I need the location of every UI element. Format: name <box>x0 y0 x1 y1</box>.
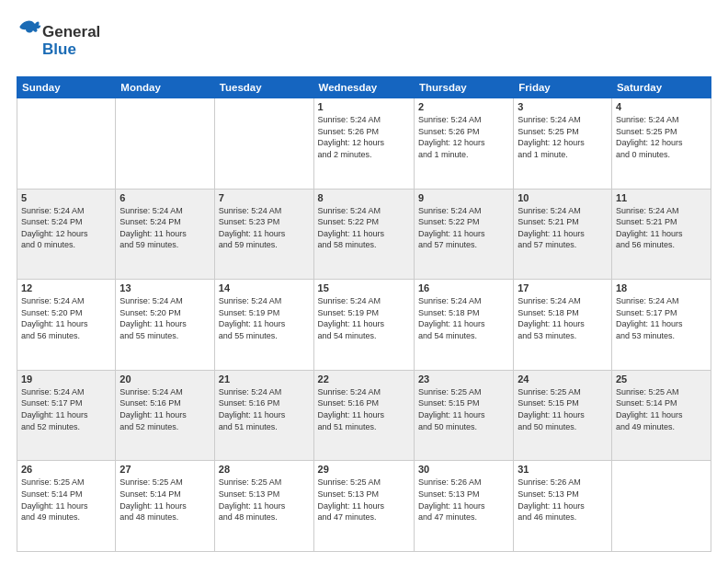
calendar-week-row: 19Sunrise: 5:24 AM Sunset: 5:17 PM Dayli… <box>17 370 711 461</box>
calendar-week-row: 5Sunrise: 5:24 AM Sunset: 5:24 PM Daylig… <box>17 189 711 280</box>
calendar-table: Sunday Monday Tuesday Wednesday Thursday… <box>17 76 711 552</box>
day-info: Sunrise: 5:24 AM Sunset: 5:20 PM Dayligh… <box>119 295 210 341</box>
day-number: 23 <box>418 373 509 385</box>
day-info: Sunrise: 5:26 AM Sunset: 5:13 PM Dayligh… <box>518 477 608 523</box>
day-number: 2 <box>418 101 509 112</box>
day-number: 5 <box>21 192 111 203</box>
day-number: 8 <box>318 192 410 203</box>
svg-text:Blue: Blue <box>42 40 76 58</box>
day-cell-29: 29Sunrise: 5:25 AM Sunset: 5:13 PM Dayli… <box>313 461 414 552</box>
day-number: 6 <box>119 192 210 203</box>
header-wednesday: Wednesday <box>313 77 414 98</box>
page: General Blue Sunday Monday Tuesday Wedne… <box>0 0 728 563</box>
empty-cell <box>116 98 215 190</box>
calendar-week-row: 12Sunrise: 5:24 AM Sunset: 5:20 PM Dayli… <box>17 280 711 371</box>
day-number: 16 <box>418 282 509 293</box>
day-cell-3: 3Sunrise: 5:24 AM Sunset: 5:25 PM Daylig… <box>514 98 612 190</box>
day-number: 9 <box>418 192 509 203</box>
day-info: Sunrise: 5:24 AM Sunset: 5:19 PM Dayligh… <box>219 295 310 341</box>
day-cell-7: 7Sunrise: 5:24 AM Sunset: 5:23 PM Daylig… <box>214 189 313 280</box>
day-info: Sunrise: 5:25 AM Sunset: 5:14 PM Dayligh… <box>616 386 707 432</box>
day-number: 19 <box>21 373 111 385</box>
day-number: 7 <box>219 192 310 203</box>
day-info: Sunrise: 5:24 AM Sunset: 5:25 PM Dayligh… <box>518 114 608 160</box>
header-sunday: Sunday <box>17 77 116 98</box>
header-friday: Friday <box>514 77 612 98</box>
weekday-header-row: Sunday Monday Tuesday Wednesday Thursday… <box>17 77 711 98</box>
day-cell-30: 30Sunrise: 5:26 AM Sunset: 5:13 PM Dayli… <box>414 461 513 552</box>
day-cell-24: 24Sunrise: 5:25 AM Sunset: 5:15 PM Dayli… <box>514 370 612 461</box>
day-cell-23: 23Sunrise: 5:25 AM Sunset: 5:15 PM Dayli… <box>414 370 513 461</box>
day-number: 20 <box>119 373 210 385</box>
empty-cell <box>214 98 313 190</box>
day-cell-28: 28Sunrise: 5:25 AM Sunset: 5:13 PM Dayli… <box>214 461 313 552</box>
day-info: Sunrise: 5:26 AM Sunset: 5:13 PM Dayligh… <box>418 477 509 523</box>
calendar-week-row: 26Sunrise: 5:25 AM Sunset: 5:14 PM Dayli… <box>17 461 711 552</box>
day-cell-10: 10Sunrise: 5:24 AM Sunset: 5:21 PM Dayli… <box>514 189 612 280</box>
day-number: 25 <box>616 373 707 385</box>
day-info: Sunrise: 5:24 AM Sunset: 5:17 PM Dayligh… <box>21 386 111 432</box>
day-cell-26: 26Sunrise: 5:25 AM Sunset: 5:14 PM Dayli… <box>17 461 116 552</box>
day-info: Sunrise: 5:24 AM Sunset: 5:25 PM Dayligh… <box>616 114 707 160</box>
empty-cell <box>611 461 711 552</box>
day-cell-22: 22Sunrise: 5:24 AM Sunset: 5:16 PM Dayli… <box>313 370 414 461</box>
day-cell-9: 9Sunrise: 5:24 AM Sunset: 5:22 PM Daylig… <box>414 189 513 280</box>
day-number: 11 <box>616 192 707 203</box>
day-number: 4 <box>616 101 707 112</box>
day-number: 26 <box>21 464 111 475</box>
day-number: 14 <box>219 282 310 293</box>
day-number: 17 <box>518 282 608 293</box>
empty-cell <box>17 98 116 190</box>
day-info: Sunrise: 5:24 AM Sunset: 5:24 PM Dayligh… <box>119 205 210 251</box>
day-info: Sunrise: 5:24 AM Sunset: 5:18 PM Dayligh… <box>418 295 509 341</box>
day-info: Sunrise: 5:24 AM Sunset: 5:16 PM Dayligh… <box>119 386 210 432</box>
day-info: Sunrise: 5:24 AM Sunset: 5:17 PM Dayligh… <box>616 295 707 341</box>
day-number: 3 <box>518 101 608 112</box>
logo-full: General Blue <box>17 17 99 67</box>
day-cell-19: 19Sunrise: 5:24 AM Sunset: 5:17 PM Dayli… <box>17 370 116 461</box>
day-number: 21 <box>219 373 310 385</box>
day-info: Sunrise: 5:24 AM Sunset: 5:16 PM Dayligh… <box>219 386 310 432</box>
day-info: Sunrise: 5:24 AM Sunset: 5:22 PM Dayligh… <box>318 205 410 251</box>
header-monday: Monday <box>116 77 215 98</box>
day-info: Sunrise: 5:24 AM Sunset: 5:18 PM Dayligh… <box>518 295 608 341</box>
day-cell-20: 20Sunrise: 5:24 AM Sunset: 5:16 PM Dayli… <box>116 370 215 461</box>
day-number: 27 <box>119 464 210 475</box>
day-info: Sunrise: 5:24 AM Sunset: 5:21 PM Dayligh… <box>518 205 608 251</box>
day-cell-2: 2Sunrise: 5:24 AM Sunset: 5:26 PM Daylig… <box>414 98 513 190</box>
day-info: Sunrise: 5:25 AM Sunset: 5:13 PM Dayligh… <box>219 477 310 523</box>
day-number: 12 <box>21 282 111 293</box>
day-cell-11: 11Sunrise: 5:24 AM Sunset: 5:21 PM Dayli… <box>611 189 711 280</box>
day-info: Sunrise: 5:24 AM Sunset: 5:23 PM Dayligh… <box>219 205 310 251</box>
calendar-week-row: 1Sunrise: 5:24 AM Sunset: 5:26 PM Daylig… <box>17 98 711 190</box>
day-number: 1 <box>318 101 410 112</box>
day-info: Sunrise: 5:25 AM Sunset: 5:14 PM Dayligh… <box>21 477 111 523</box>
day-number: 30 <box>418 464 509 475</box>
day-cell-27: 27Sunrise: 5:25 AM Sunset: 5:14 PM Dayli… <box>116 461 215 552</box>
day-info: Sunrise: 5:24 AM Sunset: 5:26 PM Dayligh… <box>418 114 509 160</box>
day-cell-12: 12Sunrise: 5:24 AM Sunset: 5:20 PM Dayli… <box>17 280 116 371</box>
day-info: Sunrise: 5:24 AM Sunset: 5:24 PM Dayligh… <box>21 205 111 251</box>
day-cell-8: 8Sunrise: 5:24 AM Sunset: 5:22 PM Daylig… <box>313 189 414 280</box>
day-info: Sunrise: 5:25 AM Sunset: 5:14 PM Dayligh… <box>119 477 210 523</box>
day-cell-17: 17Sunrise: 5:24 AM Sunset: 5:18 PM Dayli… <box>514 280 612 371</box>
day-cell-4: 4Sunrise: 5:24 AM Sunset: 5:25 PM Daylig… <box>611 98 711 190</box>
day-info: Sunrise: 5:24 AM Sunset: 5:16 PM Dayligh… <box>318 386 410 432</box>
day-cell-21: 21Sunrise: 5:24 AM Sunset: 5:16 PM Dayli… <box>214 370 313 461</box>
day-info: Sunrise: 5:24 AM Sunset: 5:21 PM Dayligh… <box>616 205 707 251</box>
day-info: Sunrise: 5:25 AM Sunset: 5:15 PM Dayligh… <box>518 386 608 432</box>
day-cell-15: 15Sunrise: 5:24 AM Sunset: 5:19 PM Dayli… <box>313 280 414 371</box>
day-info: Sunrise: 5:24 AM Sunset: 5:20 PM Dayligh… <box>21 295 111 341</box>
day-number: 29 <box>318 464 410 475</box>
day-number: 15 <box>318 282 410 293</box>
header-thursday: Thursday <box>414 77 513 98</box>
header: General Blue <box>17 17 711 67</box>
header-tuesday: Tuesday <box>214 77 313 98</box>
day-cell-25: 25Sunrise: 5:25 AM Sunset: 5:14 PM Dayli… <box>611 370 711 461</box>
day-info: Sunrise: 5:25 AM Sunset: 5:15 PM Dayligh… <box>418 386 509 432</box>
day-info: Sunrise: 5:24 AM Sunset: 5:22 PM Dayligh… <box>418 205 509 251</box>
day-cell-6: 6Sunrise: 5:24 AM Sunset: 5:24 PM Daylig… <box>116 189 215 280</box>
day-cell-13: 13Sunrise: 5:24 AM Sunset: 5:20 PM Dayli… <box>116 280 215 371</box>
day-cell-1: 1Sunrise: 5:24 AM Sunset: 5:26 PM Daylig… <box>313 98 414 190</box>
day-info: Sunrise: 5:24 AM Sunset: 5:19 PM Dayligh… <box>318 295 410 341</box>
